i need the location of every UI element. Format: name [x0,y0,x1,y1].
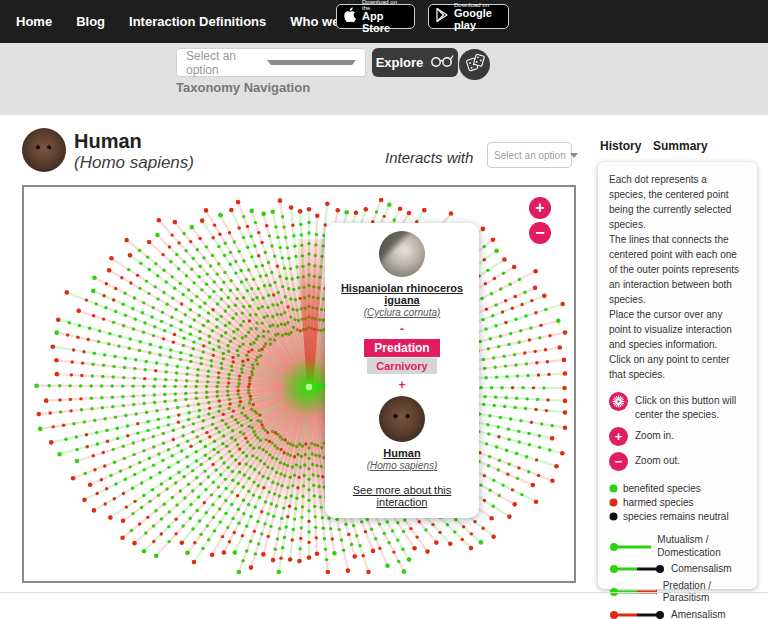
legend-label: Amensalism [671,609,725,619]
selected-species-latin: (Homo sapiens) [74,153,194,173]
legend-mutualism: Mutualism / Domestication [609,534,746,559]
zoom-out-button[interactable]: − [529,222,551,244]
chevron-down-icon [267,60,356,65]
taxonomy-select[interactable]: Select an option [176,48,366,77]
legend-benefited: benefited species [609,483,746,494]
taxonomy-navigation-label: Taxonomy Navigation [176,80,310,95]
guide-paragraph: The lines that connects the centered poi… [609,232,746,307]
selected-species-avatar[interactable] [22,128,66,172]
radial-interaction-chart[interactable] [24,187,574,581]
tooltip-target-avatar[interactable] [379,396,425,442]
interaction-line-legend: Mutualism / Domestication Comensalism [609,534,746,619]
apple-icon [344,7,357,26]
red-dot-icon [609,498,618,507]
tab-summary[interactable]: Summary [653,139,708,153]
bottom-divider [0,592,768,593]
interaction-type-badge: Predation [364,339,439,357]
interacts-with-label: Interacts with [385,149,473,166]
guide-paragraph: Click on any point to center that specie… [609,352,746,382]
google-play-badge[interactable]: Download on Google play [428,4,509,29]
tooltip-plus-sign: + [398,378,405,392]
center-species-icon[interactable] [609,392,628,411]
app-root: Home Blog Interaction Definitions Who we… [0,0,768,619]
glasses-icon [430,54,454,71]
explore-button[interactable]: Explore [372,48,458,77]
legend-neutral: species remains neutral [609,511,746,522]
legend-text: Zoom in. [635,427,674,443]
legend-text: Zoom out. [635,452,680,468]
legend-text: Click on this button will center the spe… [635,392,746,421]
app-store-badge[interactable]: Download on the App Store [336,4,415,29]
nav-item-blog[interactable]: Blog [76,14,105,29]
google-play-icon [436,8,449,26]
tooltip-species-name[interactable]: Hispaniolan rhinoceros iguana [331,282,473,306]
taxonomy-toolbar: Select an option Explore [0,43,768,115]
zoom-in-icon[interactable]: + [609,427,628,446]
chevron-down-icon [570,153,578,158]
tooltip-minus-sign: - [400,322,404,336]
top-navigation: Home Blog Interaction Definitions Who we… [0,0,768,43]
random-species-button[interactable] [459,49,490,80]
comensalism-line-icon [609,564,665,574]
tooltip-target-name[interactable]: Human [383,447,420,459]
guide-buttons-legend: Click on this button will center the spe… [609,392,746,471]
zoom-in-button[interactable]: + [529,197,551,219]
tooltip-species-latin[interactable]: (Cyclura cornuta) [364,307,441,318]
interacts-with-select[interactable]: Select an option [487,142,572,168]
guide-sidebar: Each dot represents a species, the cente… [598,162,757,589]
green-dot-icon [609,484,618,493]
see-more-interaction-link[interactable]: See more about this interaction [331,484,473,508]
dice-cards-icon [465,53,485,77]
selected-species-name: Human [74,130,142,153]
legend-amensalism: Amensalism [609,609,746,619]
tooltip-target-latin[interactable]: (Homo sapiens) [367,460,438,471]
amensalism-line-icon [609,610,665,619]
legend-row-zoom-in: + Zoom in. [609,427,746,446]
google-play-badge-text: Download on Google play [454,2,501,31]
interaction-tooltip: Hispaniolan rhinoceros iguana (Cyclura c… [325,223,479,518]
zoom-out-icon[interactable]: − [609,452,628,471]
legend-row-center: Click on this button will center the spe… [609,392,746,421]
legend-row-zoom-out: − Zoom out. [609,452,746,471]
nav-item-interaction-definitions[interactable]: Interaction Definitions [129,14,266,29]
legend-label: Comensalism [671,563,732,576]
mutualism-line-icon [609,542,651,552]
legend-label: benefited species [623,483,701,494]
nav-item-home[interactable]: Home [16,14,52,29]
dot-color-legend: benefited species harmed species species… [609,483,746,522]
tab-history[interactable]: History [600,139,641,153]
interaction-visualization-panel[interactable]: + − Hispaniolan rhinoceros iguana (Cyclu… [22,185,576,583]
app-store-badge-text: Download on the App Store [362,0,407,34]
legend-comensalism: Comensalism [609,563,746,576]
interaction-subtype-badge: Carnivory [367,358,436,374]
guide-paragraph: Place the cursor over any point to visua… [609,307,746,352]
legend-harmed: harmed species [609,497,746,508]
black-dot-icon [609,512,618,521]
legend-label: species remains neutral [623,511,729,522]
tooltip-species-avatar[interactable] [379,231,425,277]
guide-paragraph: Each dot represents a species, the cente… [609,172,746,232]
legend-label: Mutualism / Domestication [657,534,746,559]
legend-label: harmed species [623,497,694,508]
